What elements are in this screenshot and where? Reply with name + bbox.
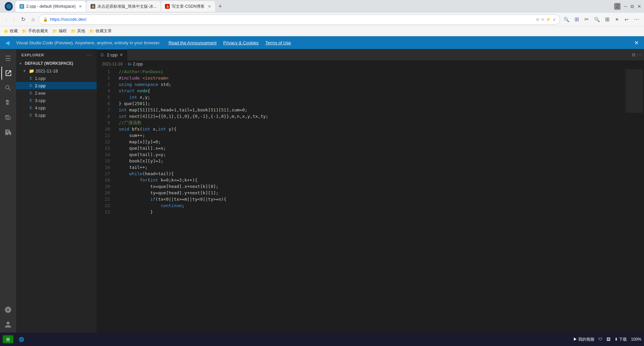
tab-2cpp-icon: C — [19, 4, 24, 9]
activity-account[interactable] — [1, 318, 15, 331]
editor-area: G· 2.cpp ✕ ⧉ ⋯ 2021-11-18 › G· 2.cpp 123… — [97, 49, 644, 346]
file-2exe[interactable]: C 2.exe — [16, 89, 97, 97]
settings-btn[interactable]: ⋯ — [633, 15, 641, 24]
code-line-9: //广搜函数 — [119, 119, 624, 126]
editor-more-actions[interactable]: ⋯ — [637, 52, 641, 57]
workspace-folder[interactable]: ▼ DEFAULT (WORKSPACE) — [16, 60, 97, 67]
file-2cpp-icon: C — [28, 83, 34, 88]
bookmark-other[interactable]: 其他 — [71, 28, 85, 34]
taskbar-shield[interactable]: 🛡 — [598, 337, 602, 342]
date-folder[interactable]: ▼ 📁 2021-11-18 — [16, 67, 97, 75]
sidebar-header: EXPLORER ⋯ — [16, 49, 97, 60]
breadcrumb-file-icon: G· — [128, 62, 132, 66]
activity-debug[interactable] — [1, 111, 15, 124]
announcement-link[interactable]: Read the Announcement — [168, 40, 216, 45]
tab-csdn-close[interactable]: ✕ — [208, 4, 211, 9]
code-line-21: if(tx<0||tx>=m||ty<0||ty>=n){ — [119, 196, 624, 202]
file-4cpp[interactable]: C 4.cpp — [16, 104, 97, 111]
tab-csdn-title: 写文章-CSDN博客 — [172, 4, 205, 9]
bookmark-favorites[interactable]: ⭐ 收藏 — [3, 28, 18, 34]
tab-bingdian-close[interactable]: ✕ — [160, 4, 160, 9]
code-line-19: tx=que[head].x+next[k][0]; — [119, 183, 624, 190]
date-folder-label: 2021-11-18 — [36, 68, 58, 73]
back-button[interactable]: ‹ — [3, 15, 9, 24]
bookmark-articles-label: 收藏文章 — [96, 28, 112, 34]
terms-link[interactable]: Terms of Use — [265, 40, 291, 45]
taskbar-browser[interactable]: 🌐 — [15, 336, 28, 343]
editor-tabs: G· 2.cpp ✕ ⧉ ⋯ — [97, 49, 644, 61]
breadcrumb-sep: › — [124, 62, 126, 66]
breadcrumb-file: G· 2.cpp — [128, 62, 143, 66]
taskbar-extra[interactable]: 100% — [631, 337, 641, 342]
view-grid-btn[interactable]: ⊞ — [604, 15, 611, 24]
split-editor-button[interactable]: ⧉ — [632, 52, 635, 58]
windows-taskbar: ⊞ 🌐 ▶ 我的视频 🛡 🖼 ⬇ 下载 100% — [0, 333, 644, 346]
cut-btn[interactable]: ✂ — [583, 15, 590, 24]
tab-2cpp-close[interactable]: ✕ — [79, 4, 82, 9]
nav-actions: 🔍 ⊞ ✂ 🔍 ⊞ ☀ ↩ ⋯ — [562, 15, 641, 24]
activity-search[interactable] — [1, 81, 15, 95]
breadcrumb-date: 2021-11-18 — [102, 62, 122, 66]
privacy-link[interactable]: Privacy & Cookies — [223, 40, 259, 45]
home-button[interactable]: ⌂ — [30, 15, 37, 24]
address-bar[interactable]: 🔒 https://vscode.dev/ ⊙ ≡ ⚡ ∨ — [39, 14, 560, 24]
activity-source-control[interactable] — [1, 96, 15, 109]
file-5cpp[interactable]: C 5.cpp — [16, 111, 97, 119]
tab-bingdian-icon: 🔒 — [91, 4, 95, 9]
editor-tab-title: 2.cpp — [107, 52, 118, 57]
code-line-5: int x,y; — [119, 94, 624, 100]
taskbar-systray: ▶ 我的视频 🛡 🖼 ⬇ 下载 100% — [573, 337, 641, 342]
sidebar-more-actions[interactable]: ⋯ — [87, 52, 91, 58]
breadcrumb: 2021-11-18 › G· 2.cpp — [97, 61, 644, 68]
code-line-18: for(int k=0;k<=3;k++){ — [119, 177, 624, 183]
refresh-button[interactable]: ↻ — [19, 15, 28, 24]
line-numbers: 12345 678910 1112131415 1617181920 21222… — [97, 68, 113, 339]
code-line-13: que[tail].x=x; — [119, 145, 624, 151]
browser-minimize-btn[interactable]: ─ — [624, 4, 627, 9]
tab-bingdian-title: 冰点还原标准版_简体中文版-冰... — [97, 4, 157, 9]
bookmark-articles[interactable]: 收藏文章 — [89, 28, 112, 34]
file-3cpp[interactable]: C 3.cpp — [16, 97, 97, 104]
code-line-12: map[x][y]=0; — [119, 139, 624, 145]
file-4cpp-name: 4.cpp — [35, 105, 46, 110]
find-btn[interactable]: 🔍 — [593, 15, 601, 23]
forward-button[interactable]: › — [11, 15, 17, 24]
activity-menu[interactable]: ☰ — [1, 52, 15, 65]
file-3cpp-icon: C — [28, 98, 34, 103]
search-button[interactable]: 🔍 — [562, 15, 571, 23]
banner-close-button[interactable]: ✕ — [634, 40, 639, 46]
bookmark-mobile[interactable]: 手机收藏夹 — [22, 28, 48, 34]
taskbar-start-btn[interactable]: ⊞ — [3, 335, 13, 343]
file-1cpp[interactable]: C 1.cpp — [16, 75, 97, 82]
activity-explorer[interactable] — [1, 66, 15, 80]
tab-bingdian[interactable]: 🔒 冰点还原标准版_简体中文版-冰... ✕ — [87, 1, 160, 12]
editor-content: 12345 678910 1112131415 1617181920 21222… — [97, 68, 644, 339]
browser-close-btn[interactable]: ✕ — [637, 4, 641, 9]
bookmark-programming-label: 编程 — [59, 28, 67, 34]
taskbar-img[interactable]: 🖼 — [606, 337, 610, 342]
taskbar-video[interactable]: ▶ 我的视频 — [573, 337, 594, 342]
file-2cpp[interactable]: C 2.cpp — [16, 82, 97, 89]
folder-icon: 📁 — [29, 68, 34, 73]
bookmark-favorites-label: 收藏 — [10, 28, 18, 34]
brightness-btn[interactable]: ☀ — [613, 15, 621, 23]
bookmark-programming[interactable]: 编程 — [52, 28, 67, 34]
code-line-15: book[x][y]=1; — [119, 158, 624, 164]
taskbar-download[interactable]: ⬇ 下载 — [614, 337, 627, 342]
editor-tab-2cpp[interactable]: G· 2.cpp ✕ — [97, 49, 127, 61]
code-line-7: int map[51][51],head=1,tail=1,book[51][5… — [119, 107, 624, 113]
tab-2cpp[interactable]: C 2.cpp - default (Workspace) ✕ — [15, 1, 86, 12]
activity-remote[interactable] — [1, 303, 15, 316]
undo-btn[interactable]: ↩ — [623, 15, 630, 23]
new-tab-button[interactable]: + — [216, 3, 225, 10]
browser-restore-btn[interactable]: ⧉ — [631, 4, 634, 9]
nav-extensions-btn[interactable]: ⊞ — [573, 15, 580, 24]
tab-2cpp-title: 2.cpp - default (Workspace) — [26, 4, 75, 9]
tab-csdn[interactable]: 🔒 写文章-CSDN博客 ✕ — [161, 1, 215, 12]
file-2exe-icon: C — [28, 90, 34, 96]
code-line-17: while(head<tail){ — [119, 170, 624, 177]
editor-tab-close[interactable]: ✕ — [119, 52, 123, 57]
tab-bar: 🌐 C 2.cpp - default (Workspace) ✕ 🔒 冰点还原… — [0, 0, 644, 13]
code-area[interactable]: //Author:PanDaoxi #include <iostream> us… — [113, 68, 624, 339]
activity-extensions[interactable] — [1, 126, 15, 139]
